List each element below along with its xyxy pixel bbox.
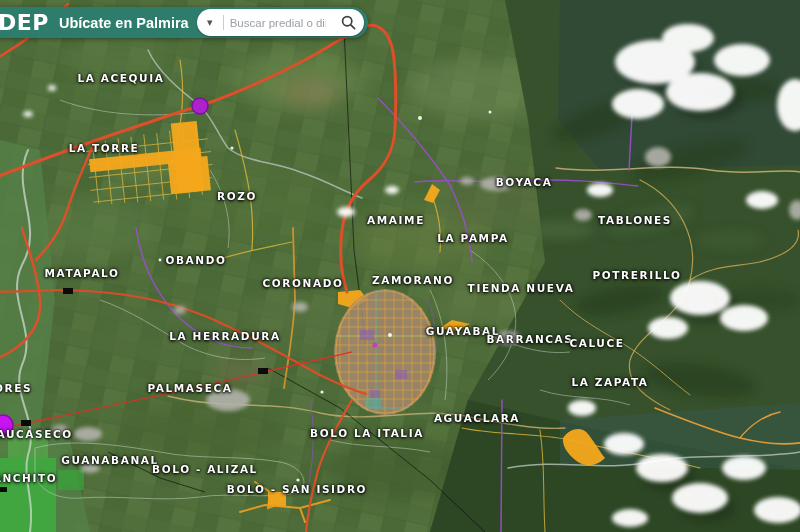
app-logo: DEP	[0, 12, 49, 34]
app-header: DEP Ubícate en Palmira ▾	[0, 7, 368, 38]
caret-down-icon: ▾	[207, 16, 213, 28]
magenta-poi-left-edge	[0, 415, 13, 435]
search-button[interactable]	[332, 9, 364, 36]
search-box[interactable]: ▾	[197, 9, 364, 36]
page-title: Ubícate en Palmira	[59, 15, 189, 31]
search-input[interactable]	[224, 17, 332, 29]
search-dropdown-button[interactable]: ▾	[197, 9, 223, 36]
magnifier-icon	[341, 15, 356, 30]
map-app: LA ACEQUIA LA TORRE ROZO AMAIME BOYACA T…	[0, 0, 800, 532]
magenta-poi-center	[192, 98, 208, 114]
satellite-map[interactable]	[0, 0, 800, 532]
